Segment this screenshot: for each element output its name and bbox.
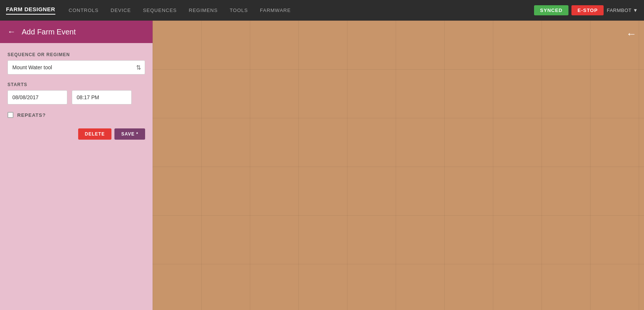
date-time-row [7, 90, 145, 104]
nav-item-controls[interactable]: CONTROLS [63, 0, 105, 21]
nav-item-sequences[interactable]: SEQUENCES [137, 0, 183, 21]
nav-item-farmware[interactable]: FARMWARE [254, 0, 297, 21]
repeats-label: REPEATS? [17, 112, 46, 118]
date-input[interactable] [7, 90, 67, 104]
navbar: FARM DESIGNER CONTROLS DEVICE SEQUENCES … [0, 0, 644, 21]
farmbot-menu[interactable]: FARMBOT ▼ [607, 7, 638, 13]
nav-item-tools[interactable]: TOOLS [224, 0, 254, 21]
action-buttons: DELETE SAVE * [7, 128, 145, 140]
repeats-checkbox[interactable] [7, 112, 13, 118]
sidebar-content: SEQUENCE OR REGIMEN Mount Water tool ⇅ S… [0, 43, 153, 149]
map-area: ← [153, 21, 644, 310]
sequence-select[interactable]: Mount Water tool [8, 61, 145, 74]
time-input[interactable] [72, 90, 132, 104]
estop-button[interactable]: E-STOP [571, 5, 604, 15]
nav-item-regimens[interactable]: REGIMENS [183, 0, 224, 21]
sequence-label: SEQUENCE OR REGIMEN [7, 52, 145, 57]
sidebar-header: ← Add Farm Event [0, 21, 153, 43]
sidebar-title: Add Farm Event [22, 28, 76, 36]
nav-item-device[interactable]: DEVICE [105, 0, 137, 21]
map-back-arrow-icon[interactable]: ← [626, 28, 637, 40]
sidebar: ← Add Farm Event SEQUENCE OR REGIMEN Mou… [0, 21, 153, 310]
main-layout: ← Add Farm Event SEQUENCE OR REGIMEN Mou… [0, 21, 644, 310]
nav-right: SYNCED E-STOP FARMBOT ▼ [534, 5, 638, 15]
back-arrow-icon[interactable]: ← [7, 27, 16, 37]
save-button[interactable]: SAVE * [114, 128, 145, 140]
nav-items: CONTROLS DEVICE SEQUENCES REGIMENS TOOLS… [63, 0, 534, 21]
starts-section: STARTS [7, 82, 145, 104]
delete-button[interactable]: DELETE [78, 128, 111, 140]
repeats-section: REPEATS? [7, 112, 145, 118]
brand-logo[interactable]: FARM DESIGNER [6, 6, 55, 15]
starts-label: STARTS [7, 82, 145, 87]
map-grid [153, 21, 644, 310]
sequence-select-wrapper[interactable]: Mount Water tool ⇅ [7, 60, 145, 75]
sequence-field: SEQUENCE OR REGIMEN Mount Water tool ⇅ [7, 52, 145, 75]
synced-button[interactable]: SYNCED [534, 5, 568, 15]
